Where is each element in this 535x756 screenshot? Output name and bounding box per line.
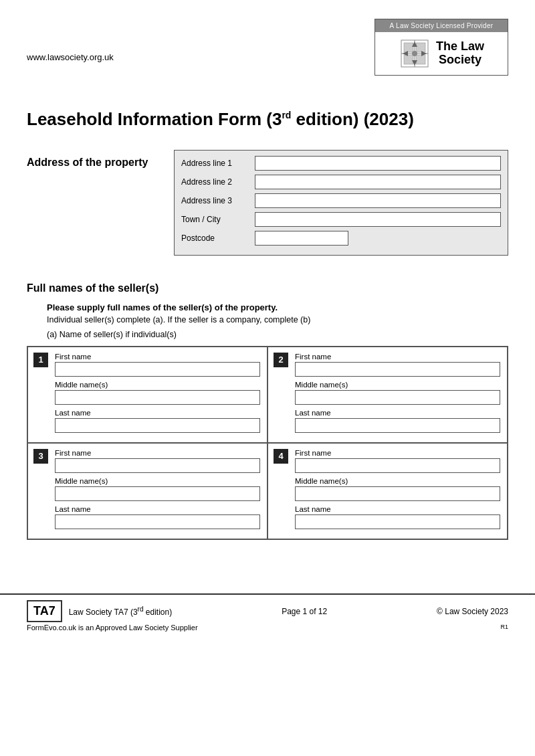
seller-4-firstname-group: First name <box>295 449 500 473</box>
coat-of-arms-icon <box>399 37 431 70</box>
seller-3-lastname-label: Last name <box>55 505 260 513</box>
footer: TA7 Law Society TA7 (3rd edition) Page 1… <box>0 593 535 634</box>
seller-1-middlename-input[interactable] <box>55 390 260 405</box>
address-line1-label: Address line 1 <box>181 159 255 168</box>
town-city-row: Town / City <box>181 212 501 227</box>
badge-content: The Law Society <box>375 32 508 75</box>
seller-2-firstname-input[interactable] <box>295 362 500 377</box>
website-url: www.lawsociety.org.uk <box>27 52 114 62</box>
names-section: Full names of the seller(s) Please suppl… <box>27 282 508 540</box>
postcode-row: Postcode <box>181 231 501 246</box>
postcode-label: Postcode <box>181 233 255 243</box>
address-line2-input[interactable] <box>255 175 501 189</box>
seller-1-number: 1 <box>33 353 48 367</box>
seller-1-lastname-group: Last name <box>55 409 260 433</box>
seller-grid: 1 First name Middle name(s) Last name <box>27 346 508 540</box>
town-city-input[interactable] <box>255 212 501 227</box>
seller-4-lastname-input[interactable] <box>295 514 500 529</box>
seller-4-lastname-label: Last name <box>295 505 500 513</box>
seller-4-middlename-input[interactable] <box>295 486 500 501</box>
seller-2-cell: 2 First name Middle name(s) Last name <box>268 347 508 443</box>
ta7-box: TA7 <box>27 600 62 622</box>
seller-3-number: 3 <box>33 449 48 464</box>
seller-3-firstname-input[interactable] <box>55 458 260 473</box>
names-sub: Individual seller(s) complete (a). If th… <box>47 315 508 324</box>
seller-1-middlename-group: Middle name(s) <box>55 381 260 405</box>
law-society-badge: A Law Society Licensed Provider <box>374 19 508 76</box>
footer-revision: R1 <box>500 624 508 630</box>
seller-3-fields: First name Middle name(s) Last name <box>55 449 260 529</box>
main-content: Leasehold Information Form (3rd edition)… <box>0 82 535 567</box>
postcode-input[interactable] <box>255 231 348 246</box>
seller-1-fields: First name Middle name(s) Last name <box>55 353 260 433</box>
seller-4-lastname-group: Last name <box>295 505 500 529</box>
seller-3-middlename-group: Middle name(s) <box>55 477 260 501</box>
seller-1-middlename-label: Middle name(s) <box>55 381 260 389</box>
footer-top: TA7 Law Society TA7 (3rd edition) Page 1… <box>27 600 508 622</box>
seller-2-middlename-group: Middle name(s) <box>295 381 500 405</box>
seller-2-firstname-label: First name <box>295 353 500 361</box>
seller-2-middlename-input[interactable] <box>295 390 500 405</box>
names-sub-label: (a) Name of seller(s) if individual(s) <box>47 330 508 339</box>
address-section: Address of the property Address line 1 A… <box>27 150 508 256</box>
seller-2-lastname-group: Last name <box>295 409 500 433</box>
seller-2-middlename-label: Middle name(s) <box>295 381 500 389</box>
licensed-bar: A Law Society Licensed Provider <box>375 19 508 32</box>
svg-rect-3 <box>404 55 413 64</box>
address-line3-label: Address line 3 <box>181 196 255 205</box>
address-line3-input[interactable] <box>255 193 501 208</box>
address-line2-row: Address line 2 <box>181 175 501 189</box>
law-society-name: The Law Society <box>436 40 484 67</box>
seller-2-fields: First name Middle name(s) Last name <box>295 353 500 433</box>
footer-copyright: © Law Society 2023 <box>437 607 508 616</box>
seller-3-cell: 3 First name Middle name(s) Last name <box>27 443 268 539</box>
seller-1-lastname-input[interactable] <box>55 418 260 433</box>
seller-1-firstname-group: First name <box>55 353 260 377</box>
seller-4-number: 4 <box>274 449 288 464</box>
seller-1-firstname-input[interactable] <box>55 362 260 377</box>
seller-1-lastname-label: Last name <box>55 409 260 417</box>
seller-4-middlename-label: Middle name(s) <box>295 477 500 485</box>
address-form-box: Address line 1 Address line 2 Address li… <box>174 150 508 256</box>
seller-4-firstname-label: First name <box>295 449 500 457</box>
seller-4-middlename-group: Middle name(s) <box>295 477 500 501</box>
town-city-label: Town / City <box>181 215 255 224</box>
svg-rect-4 <box>416 55 425 64</box>
address-section-label: Address of the property <box>27 150 160 169</box>
address-line2-label: Address line 2 <box>181 177 255 187</box>
form-title: Leasehold Information Form (3rd edition)… <box>27 109 508 130</box>
seller-4-firstname-input[interactable] <box>295 458 500 473</box>
address-line1-input[interactable] <box>255 156 501 171</box>
seller-3-firstname-group: First name <box>55 449 260 473</box>
seller-3-lastname-input[interactable] <box>55 514 260 529</box>
header: www.lawsociety.org.uk A Law Society Lice… <box>0 0 535 82</box>
footer-ta7: TA7 Law Society TA7 (3rd edition) <box>27 600 172 622</box>
seller-4-fields: First name Middle name(s) Last name <box>295 449 500 529</box>
svg-rect-1 <box>404 43 413 52</box>
svg-point-11 <box>412 51 417 56</box>
seller-4-cell: 4 First name Middle name(s) Last name <box>268 443 508 539</box>
address-line1-row: Address line 1 <box>181 156 501 171</box>
ta7-desc: Law Society TA7 (3rd edition) <box>69 605 173 617</box>
seller-1-cell: 1 First name Middle name(s) Last name <box>27 347 268 443</box>
seller-1-firstname-label: First name <box>55 353 260 361</box>
names-title: Full names of the seller(s) <box>27 282 508 294</box>
address-line3-row: Address line 3 <box>181 193 501 208</box>
page: www.lawsociety.org.uk A Law Society Lice… <box>0 0 535 756</box>
seller-3-middlename-input[interactable] <box>55 486 260 501</box>
seller-3-middlename-label: Middle name(s) <box>55 477 260 485</box>
seller-2-lastname-label: Last name <box>295 409 500 417</box>
seller-2-number: 2 <box>274 353 288 367</box>
seller-3-firstname-label: First name <box>55 449 260 457</box>
footer-page: Page 1 of 12 <box>282 607 327 616</box>
seller-2-firstname-group: First name <box>295 353 500 377</box>
footer-supplier: FormEvo.co.uk is an Approved Law Society… <box>27 624 508 632</box>
svg-rect-2 <box>416 43 425 52</box>
names-instruction: Please supply full names of the seller(s… <box>47 302 508 312</box>
seller-2-lastname-input[interactable] <box>295 418 500 433</box>
seller-3-lastname-group: Last name <box>55 505 260 529</box>
